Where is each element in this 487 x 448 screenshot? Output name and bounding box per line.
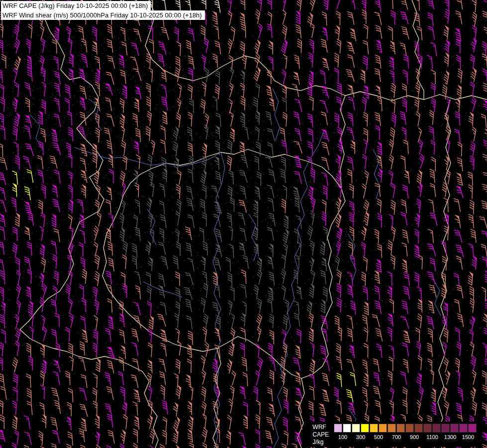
legend-swatch [468, 424, 477, 433]
wind-barb-map-canvas [0, 0, 487, 448]
legend-swatch [396, 424, 405, 433]
map-title-box: WRF CAPE (J/kg) Friday 10-10-2025 00:00 … [1, 1, 205, 20]
legend-swatch [405, 424, 414, 433]
legend-swatch [432, 424, 441, 433]
legend-tick-label: 300 [356, 434, 365, 440]
title-windshear-line: WRF Wind shear (m/s) 500/1000hPa Friday … [1, 10, 205, 20]
legend-swatch [450, 424, 459, 433]
legend-swatch [441, 424, 450, 433]
legend-model-label: WRF [312, 424, 329, 431]
cape-legend: WRF CAPE J/kg 10030050070090011001300150… [309, 422, 480, 447]
legend-swatch [414, 424, 423, 433]
legend-swatch [361, 424, 369, 433]
legend-tick-label: 100 [338, 434, 347, 440]
title-cape-line: WRF CAPE (J/kg) Friday 10-10-2025 00:00 … [1, 1, 151, 10]
legend-tick-label: 1500 [462, 434, 474, 440]
legend-swatch [334, 424, 342, 433]
weather-map: WRF CAPE (J/kg) Friday 10-10-2025 00:00 … [0, 0, 487, 448]
legend-tick-row: 100300500700900110013001500 [334, 433, 477, 440]
legend-units-label: J/kg [312, 439, 329, 446]
legend-tick-label: 700 [392, 434, 401, 440]
legend-swatch [343, 424, 351, 433]
legend-swatch [388, 424, 396, 433]
legend-field-label: CAPE [312, 431, 329, 439]
legend-swatch [459, 424, 468, 433]
legend-swatch [352, 424, 360, 433]
legend-tick-label: 500 [374, 434, 383, 440]
legend-tick-label: 1300 [444, 434, 456, 440]
legend-swatch [423, 424, 432, 433]
legend-colorbar [334, 424, 477, 433]
legend-tick-label: 1100 [426, 434, 438, 440]
legend-tick-label: 900 [410, 434, 419, 440]
legend-colorbar-wrap: 100300500700900110013001500 [334, 424, 477, 440]
legend-swatch [370, 424, 378, 433]
legend-swatch [379, 424, 387, 433]
legend-labels: WRF CAPE J/kg [312, 424, 329, 446]
